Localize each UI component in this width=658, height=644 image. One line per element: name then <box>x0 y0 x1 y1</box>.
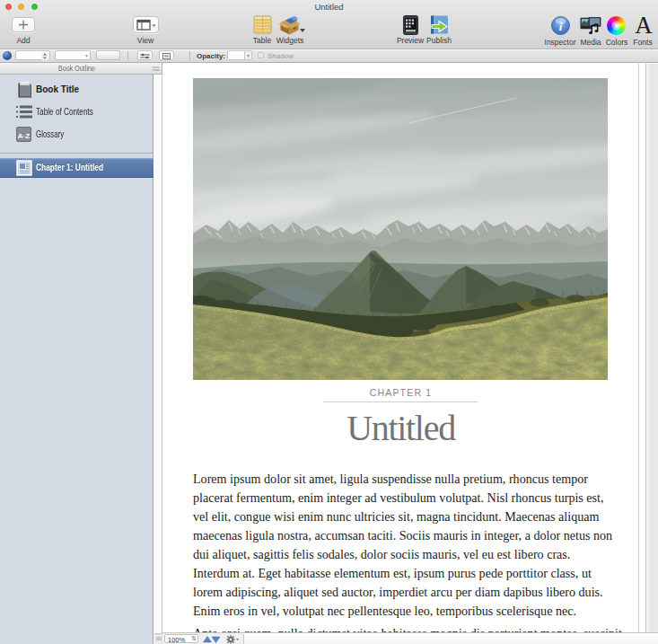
svg-text:A·Z: A·Z <box>18 132 30 140</box>
svg-text:i: i <box>559 20 563 33</box>
